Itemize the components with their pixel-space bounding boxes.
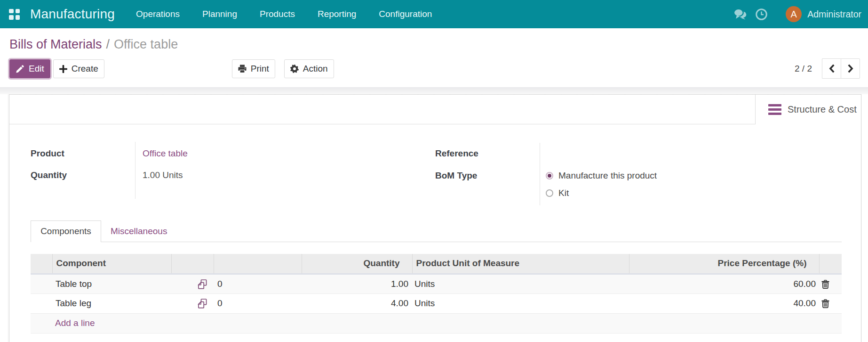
printer-icon — [238, 65, 247, 73]
trash-icon[interactable] — [821, 280, 829, 289]
button-box: Structure & Cost — [9, 95, 861, 124]
print-button-label: Print — [251, 64, 269, 74]
bom-type-label: BoM Type — [435, 164, 540, 181]
action-button-label: Action — [303, 64, 328, 74]
cell-copy — [171, 274, 214, 293]
copy-icon[interactable] — [197, 299, 207, 309]
pencil-icon — [16, 65, 24, 73]
field-bom-type: BoM Type Manufacture this product Kit — [435, 164, 842, 202]
pager-previous-button[interactable] — [822, 58, 841, 79]
apps-menu-icon[interactable] — [9, 9, 20, 20]
print-button[interactable]: Print — [232, 59, 275, 78]
tab-miscellaneous[interactable]: Miscellaneous — [101, 220, 176, 242]
trash-icon[interactable] — [821, 299, 829, 308]
grid-square — [9, 15, 14, 20]
table-row[interactable]: Table leg 0 4.00 Units 40.00 — [31, 293, 842, 313]
breadcrumb-parent[interactable]: Bills of Materials — [9, 37, 102, 51]
col-quantity[interactable]: Quantity — [302, 254, 412, 274]
bom-type-radio-group: Manufacture this product Kit — [540, 164, 657, 202]
bar — [768, 113, 781, 115]
chat-bubbles-icon — [733, 8, 747, 20]
menu-planning[interactable]: Planning — [191, 0, 248, 28]
menu-operations[interactable]: Operations — [125, 0, 191, 28]
cell-component[interactable]: Table leg — [52, 293, 171, 313]
breadcrumb: Bills of Materials/Office table — [9, 35, 178, 54]
gear-icon — [290, 65, 299, 73]
chevron-left-icon — [829, 64, 835, 73]
radio-manufacture[interactable]: Manufacture this product — [546, 167, 657, 184]
quantity-value: 1.00 Units — [135, 170, 183, 180]
col-copy — [171, 254, 214, 274]
pager-next-button[interactable] — [841, 58, 860, 79]
bar — [768, 104, 781, 106]
pager-counter: 2 / 2 — [795, 59, 812, 78]
cell-delete — [819, 274, 842, 293]
control-panel-buttons: Edit Create Print — [9, 59, 334, 78]
messages-icon[interactable] — [733, 0, 747, 28]
activities-clock-icon[interactable] — [756, 0, 767, 28]
menu-configuration[interactable]: Configuration — [367, 0, 443, 28]
copy-icon[interactable] — [197, 279, 207, 289]
plus-icon — [59, 65, 67, 73]
grid-square — [16, 15, 20, 20]
radio-unselected-icon — [546, 189, 553, 197]
table-header-row: Component Quantity Product Unit of Measu… — [31, 254, 842, 274]
radio-selected-icon — [546, 172, 553, 179]
table-row[interactable]: Table top 0 1.00 Units 60.00 — [31, 274, 842, 293]
edit-button[interactable]: Edit — [9, 59, 50, 78]
systray: A Administrator — [733, 0, 868, 28]
components-table: Component Quantity Product Unit of Measu… — [31, 254, 842, 334]
cell-quantity[interactable]: 4.00 — [302, 293, 412, 313]
menu-products[interactable]: Products — [248, 0, 306, 28]
col-uom[interactable]: Product Unit of Measure — [412, 254, 629, 274]
add-line-link[interactable]: Add a line — [31, 313, 842, 333]
group-right: Reference BoM Type Manufacture this prod… — [435, 143, 842, 202]
product-value[interactable]: Office table — [135, 148, 188, 159]
col-operations — [214, 254, 302, 274]
create-button[interactable]: Create — [53, 59, 104, 78]
cell-delete — [819, 293, 842, 313]
field-quantity: Quantity 1.00 Units — [31, 164, 436, 186]
cell-price[interactable]: 60.00 — [629, 274, 819, 293]
col-price[interactable]: Price Percentage (%) — [629, 254, 819, 274]
field-product: Product Office table — [31, 143, 436, 164]
structure-cost-label: Structure & Cost — [788, 104, 857, 115]
avatar[interactable]: A — [786, 6, 802, 22]
quantity-label: Quantity — [31, 170, 135, 180]
cell-uom[interactable]: Units — [412, 293, 629, 313]
cell-quantity[interactable]: 1.00 — [302, 274, 412, 293]
main-menu: Operations Planning Products Reporting C… — [125, 0, 443, 28]
cell-handle — [31, 293, 52, 313]
reference-label: Reference — [435, 148, 540, 159]
edit-button-label: Edit — [29, 64, 44, 74]
cell-operations-count: 0 — [214, 274, 302, 293]
action-button[interactable]: Action — [284, 59, 334, 78]
col-component[interactable]: Component — [52, 254, 171, 274]
content-area: Structure & Cost Product Office table Qu… — [0, 94, 868, 342]
radio-kit[interactable]: Kit — [546, 184, 657, 202]
cell-uom[interactable]: Units — [412, 274, 629, 293]
field-reference: Reference — [435, 143, 842, 164]
control-panel: Bills of Materials/Office table Edit Cre… — [0, 28, 868, 87]
form-sheet: Structure & Cost Product Office table Qu… — [9, 94, 861, 342]
breadcrumb-current: Office table — [114, 37, 178, 51]
grid-square — [9, 9, 14, 14]
col-handle — [31, 254, 52, 274]
cell-copy — [171, 293, 214, 313]
notebook-tabs: Components Miscellaneous — [31, 221, 842, 242]
bars-icon — [768, 104, 781, 115]
cell-component[interactable]: Table top — [52, 274, 171, 293]
bar — [768, 108, 781, 111]
chevron-right-icon — [848, 64, 853, 73]
cell-price[interactable]: 40.00 — [629, 293, 819, 313]
app-name[interactable]: Manufacturing — [30, 7, 115, 22]
group-left: Product Office table Quantity 1.00 Units — [31, 143, 436, 186]
clock-icon — [756, 8, 767, 20]
menu-reporting[interactable]: Reporting — [306, 0, 367, 28]
tab-components[interactable]: Components — [31, 220, 101, 242]
cell-handle — [31, 274, 52, 293]
add-line-row: Add a line — [31, 313, 842, 333]
content-top-shadow — [0, 87, 868, 94]
structure-cost-button[interactable]: Structure & Cost — [755, 95, 861, 124]
user-name[interactable]: Administrator — [807, 9, 861, 20]
